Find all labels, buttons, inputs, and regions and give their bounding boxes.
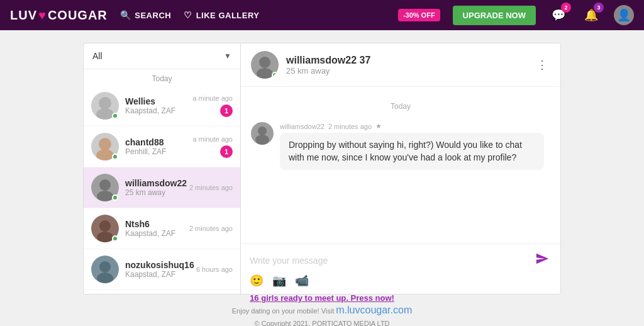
search-icon: 🔍	[120, 10, 131, 20]
conv-info: Ntsh6 Kaapstad, ZAF	[125, 219, 183, 238]
chat-input-row	[250, 249, 552, 271]
more-options-button[interactable]: ⋮	[534, 55, 550, 74]
nav-like-gallery[interactable]: ♡ LIKE GALLERY	[184, 10, 259, 20]
svg-point-8	[99, 220, 111, 232]
conv-time: a minute ago	[192, 94, 233, 102]
list-item[interactable]: williamsdow22 25 km away 2 minutes ago	[84, 167, 240, 208]
online-dot	[272, 72, 278, 78]
chat-user-sub: 25 km away	[286, 66, 526, 76]
footer-mobile-text: Enjoy dating on your mobile! Visit	[232, 307, 336, 315]
section-yesterday: Yesterday	[84, 290, 240, 294]
logo[interactable]: LUV ♥ COUGAR	[10, 8, 108, 23]
chat-input-area: 🙂 📷 📹	[241, 244, 560, 294]
logo-text-luv: LUV	[10, 8, 37, 23]
chat-user-avatar	[251, 51, 279, 79]
conv-avatar-wrap	[91, 174, 119, 201]
conv-sub: Kaapstad, ZAF	[125, 270, 190, 279]
conv-time: a minute ago	[192, 135, 233, 143]
header: LUV ♥ COUGAR 🔍 SEARCH ♡ LIKE GALLERY -30…	[0, 0, 644, 30]
section-today: Today	[84, 69, 240, 86]
msg-sender: williamsdow22	[280, 123, 325, 130]
svg-point-3	[96, 149, 114, 160]
user-avatar[interactable]: 👤	[614, 5, 634, 25]
conv-avatar-wrap	[91, 133, 119, 160]
camera-icon[interactable]: 📷	[272, 274, 286, 288]
conv-info: williamsdow22 25 km away	[125, 178, 183, 197]
svg-point-0	[99, 97, 111, 110]
chat-panel: williamsdow22 37 25 km away ⋮ Today will…	[240, 43, 561, 295]
conv-name: nozukosishuq16	[125, 260, 190, 270]
conv-sub: Kaapstad, ZAF	[125, 106, 186, 115]
message-row: williamsdow22 2 minutes ago ★ Dropping b…	[251, 122, 550, 170]
conv-filter-header[interactable]: All ▼	[84, 43, 240, 69]
conv-list: Today Wellies Kaapstad, ZAF a minute ago…	[84, 69, 240, 294]
online-indicator	[112, 235, 118, 242]
avatar-icon: 👤	[617, 8, 631, 22]
svg-point-17	[258, 126, 267, 135]
nav-search-label: SEARCH	[135, 11, 171, 20]
conv-info: nozukosishuq16 Kaapstad, ZAF	[125, 260, 190, 279]
msg-time: 2 minutes ago	[328, 123, 372, 130]
chevron-down-icon: ▼	[224, 52, 231, 60]
conv-time: 2 minutes ago	[189, 225, 233, 232]
conv-name: Wellies	[125, 96, 186, 106]
svg-point-11	[99, 261, 111, 273]
list-item[interactable]: chantd88 Penhill, ZAF a minute ago 1	[84, 126, 240, 167]
conv-right: a minute ago 1	[192, 135, 233, 158]
svg-point-18	[255, 135, 269, 145]
conv-filter-label: All	[92, 51, 103, 61]
footer-mobile-link[interactable]: m.luvcougar.com	[336, 305, 412, 315]
messages-badge: 2	[561, 3, 571, 13]
conv-time: 2 minutes ago	[189, 184, 233, 191]
chat-toolbar: 🙂 📷 📹	[250, 271, 552, 289]
conv-avatar-wrap	[91, 256, 119, 283]
nav-search[interactable]: 🔍 SEARCH	[120, 10, 171, 20]
logo-text-cougar: COUGAR	[48, 8, 108, 23]
chat-user-info: williamsdow22 37 25 km away	[286, 55, 526, 76]
logo-heart-icon: ♥	[38, 8, 47, 23]
conv-avatar-wrap	[91, 215, 119, 242]
nav-like-gallery-label: LIKE GALLERY	[196, 11, 260, 20]
unread-badge: 1	[220, 104, 233, 117]
conv-sub: Penhill, ZAF	[125, 147, 186, 156]
avatar	[91, 256, 119, 283]
chat-user-name: williamsdow22 37	[286, 55, 526, 66]
conv-right: 6 hours ago	[196, 266, 233, 273]
chat-messages: Today williamsdow22 2 minutes ago ★ Drop…	[241, 87, 560, 244]
conv-time: 6 hours ago	[196, 266, 233, 273]
messages-button[interactable]: 💬 2	[548, 5, 569, 25]
msg-bubble: Dropping by without saying hi, right?) W…	[280, 133, 544, 170]
date-divider: Today	[251, 102, 550, 111]
online-indicator	[112, 154, 118, 160]
footer-copyright: © Copyright 2021, PORTICATO MEDIA LTD	[254, 320, 389, 326]
list-item[interactable]: Wellies Kaapstad, ZAF a minute ago 1	[84, 86, 240, 126]
emoji-icon[interactable]: 🙂	[250, 274, 264, 288]
conv-right: 2 minutes ago	[189, 184, 233, 191]
conv-sub: 25 km away	[125, 188, 183, 197]
discount-badge: -30% OFF	[398, 9, 440, 21]
online-indicator	[112, 113, 118, 119]
online-indicator	[112, 194, 118, 201]
conv-info: chantd88 Penhill, ZAF	[125, 137, 186, 156]
heart-icon: ♡	[184, 10, 192, 20]
svg-point-1	[96, 108, 114, 120]
msg-avatar	[251, 122, 274, 145]
list-item[interactable]: nozukosishuq16 Kaapstad, ZAF 6 hours ago	[84, 249, 240, 290]
conv-name: Ntsh6	[125, 219, 183, 229]
conv-avatar-wrap	[91, 92, 119, 120]
conv-right: a minute ago 1	[192, 94, 233, 117]
send-button[interactable]	[533, 249, 552, 271]
msg-meta: williamsdow22 2 minutes ago ★	[280, 122, 550, 130]
msg-star-icon: ★	[375, 122, 382, 130]
chat-header: williamsdow22 37 25 km away ⋮	[241, 43, 560, 87]
footer-cta-link[interactable]: 16 girls ready to meet up. Press now!	[250, 293, 394, 303]
notifications-button[interactable]: 🔔 3	[581, 5, 601, 25]
upgrade-button[interactable]: UPGRADE NOW	[453, 6, 536, 25]
conv-name: williamsdow22	[125, 178, 183, 188]
video-icon[interactable]: 📹	[295, 274, 309, 288]
conv-right: 2 minutes ago	[189, 225, 233, 232]
list-item[interactable]: Ntsh6 Kaapstad, ZAF 2 minutes ago	[84, 208, 240, 249]
conv-sub: Kaapstad, ZAF	[125, 229, 183, 238]
message-input[interactable]	[250, 252, 528, 269]
svg-point-2	[99, 138, 111, 150]
